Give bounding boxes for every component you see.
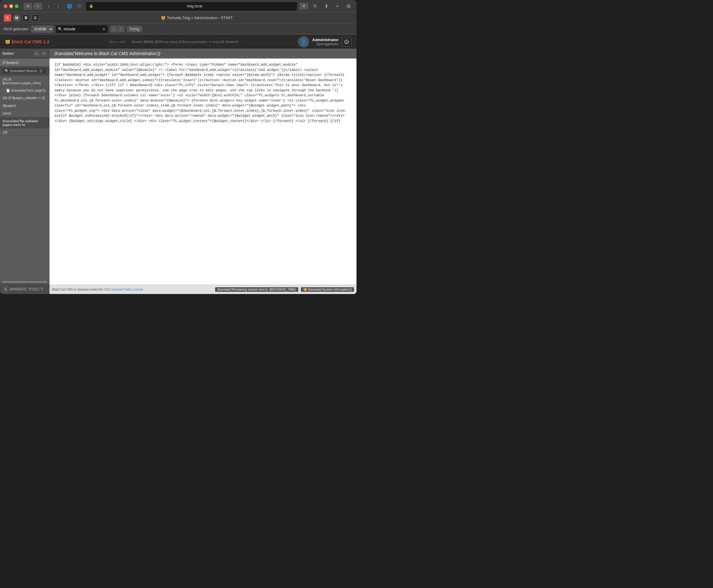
traffic-lights — [4, 4, 19, 8]
sidebar-toggle-button[interactable]: ⊞ — [23, 3, 32, 9]
find-search-icon: 🔍 — [58, 27, 63, 31]
find-input-wrapper: 🔍 ✕ — [56, 25, 108, 33]
cms-body: Seiten ⌂ + {if $pages} {/if} {if $permis… — [0, 48, 356, 294]
sidebar-twig-editable: {/if} {if $pages_editable != 0} — [2, 96, 45, 100]
find-done-button[interactable]: Fertig — [127, 26, 143, 32]
bottom-bar-left: Black Cat CMS is released under the GNU … — [52, 288, 213, 291]
cms-user: 👤 Administrator Sprenggeheim ⏻ — [298, 36, 352, 47]
gpl-link[interactable]: GNU General Public License — [104, 288, 143, 291]
sidebar-twig-endif: {/if} — [2, 130, 7, 134]
nav-buttons: ‹ › — [45, 2, 63, 10]
find-nav: ‹ › — [110, 26, 124, 33]
find-filter-dropdown[interactable]: Enthält — [31, 26, 54, 33]
maximize-button[interactable] — [15, 4, 19, 8]
extension-s-icon[interactable]: S — [4, 14, 11, 22]
address-bar[interactable]: 🔒 twig.local — [86, 2, 297, 10]
reload-button[interactable]: ↻ — [311, 2, 319, 10]
add-tab-button[interactable]: + — [333, 2, 342, 10]
user-avatar: 👤 — [298, 36, 309, 47]
sidebar-add-button[interactable]: + — [41, 50, 47, 57]
sidebar: Seiten ⌂ + {if $pages} {/if} {if $permis… — [0, 48, 49, 294]
sidebar-item-if-permission[interactable]: {/if} {if $permission.pages_intro} — [0, 76, 49, 87]
sidebar-item-pages-var[interactable]: {$pages} — [0, 102, 49, 109]
user-name: Administrator — [312, 38, 339, 42]
minimize-button[interactable] — [9, 4, 13, 8]
sidebar-item-if-pages[interactable]: {if $pages} — [0, 59, 49, 66]
cms-menu-template-text: {$menu.title} {foreach $MAIN_MENU as men… — [109, 40, 238, 44]
power-button[interactable]: ⏻ — [342, 37, 352, 47]
cms-nav-template: {$menu.title} {foreach $MAIN_MENU as men… — [53, 40, 294, 44]
sidebar-twig-if-pages: {if $pages} — [2, 61, 19, 64]
forward-button[interactable]: › — [54, 2, 63, 10]
sidebar-title: Seiten — [2, 51, 14, 56]
translate-button[interactable]: ⌘ — [299, 3, 308, 9]
content-body[interactable]: {if $addable} <div style="width:100%;tex… — [49, 59, 356, 285]
globe-icon[interactable]: 🌐 — [65, 2, 74, 10]
cms-logo-text: 🐱 Black Cat CMS 1.4 — [5, 39, 49, 44]
toolbar-right: ⌘ ↻ ⬆ + ⊞ — [299, 2, 353, 10]
shield-icon[interactable]: 🛡 — [76, 2, 84, 10]
tabs-grid-button[interactable]: ⊞ — [344, 2, 353, 10]
content-title-bar: {translate('Welcome to Black Cat CMS Adm… — [49, 48, 356, 59]
cms-logo: 🐱 Black Cat CMS 1.4 — [5, 39, 49, 44]
sidebar-header: Seiten ⌂ + — [0, 48, 49, 59]
sidebar-header-buttons: ⌂ + — [34, 50, 47, 57]
sidebar-search-item — [0, 66, 49, 76]
extension-b2-icon[interactable]: B — [32, 14, 39, 22]
browser-window: ⊞ ∨ ‹ › 🌐 🛡 🔒 twig.local ⌘ ↻ ⬆ + ⊞ S M B… — [0, 0, 356, 294]
cms-header: 🐱 Black Cat CMS 1.4 {$menu.title} {forea… — [0, 35, 356, 48]
share-button[interactable]: ⬆ — [322, 2, 331, 10]
find-prev-button[interactable]: ‹ — [110, 26, 117, 33]
cms-wrapper: 🐱 Black Cat CMS 1.4 {$menu.title} {forea… — [0, 35, 356, 294]
page-tab-title: Testseite Twig » Administration - START — [167, 16, 233, 20]
page-intro-label: {translate('Intro page')} — [11, 88, 45, 92]
close-button[interactable] — [4, 4, 7, 8]
title-bar: ⊞ ∨ ‹ › 🌐 🛡 🔒 twig.local ⌘ ↻ ⬆ + ⊞ — [0, 0, 356, 13]
find-clear-button[interactable]: ✕ — [102, 27, 106, 31]
sidebar-footer: + {$WEBSITE_TITLE} {""} — [0, 284, 49, 294]
sidebar-item-pages-editable[interactable]: {/if} {if $pages_editable != 0} — [0, 94, 49, 102]
sidebar-intro-page[interactable]: 📄 {translate('Intro page')} — [0, 87, 49, 94]
bottom-bar: Black Cat CMS is released under the GNU … — [49, 285, 356, 294]
sidebar-twig-pages: {$pages} — [2, 104, 16, 107]
sidebar-footer-text: {$WEBSITE_TITLE} {""} — [10, 288, 43, 291]
bottom-cms-text: Black Cat CMS is released under the — [52, 288, 103, 291]
back-button[interactable]: ‹ — [45, 2, 53, 10]
sidebar-home-button[interactable]: ⌂ — [34, 50, 40, 57]
sidebar-item-endif[interactable]: {/if} — [0, 128, 49, 136]
user-location: Sprenggeheim — [312, 42, 339, 46]
sidebar-twig-if-permission: {/if} {if $permission.pages_intro} — [2, 77, 41, 85]
sidebar-footer-add-button[interactable]: + — [2, 286, 9, 292]
sidebar-no-pages: {translate('No editable pages were fo — [0, 117, 49, 128]
user-info: Administrator Sprenggeheim — [312, 38, 339, 46]
bottom-session-info: {translate('Remaining session time')}: {… — [215, 287, 298, 292]
url-text: twig.local — [95, 4, 294, 8]
sidebar-no-pages-text: {translate('No editable pages were fo — [2, 119, 38, 127]
sidebar-scrollbar — [2, 281, 47, 282]
sidebar-search-input[interactable] — [2, 68, 47, 74]
code-content: {if $addable} <div style="width:100%;tex… — [55, 63, 347, 123]
extension-bar: S M B B 🐱 Testseite Twig » Administratio… — [0, 13, 356, 23]
find-search-input[interactable] — [64, 27, 101, 31]
extension-m-icon[interactable]: M — [13, 14, 20, 22]
content-title: {translate('Welcome to Black Cat CMS Adm… — [55, 51, 160, 56]
find-next-button[interactable]: › — [118, 26, 124, 33]
sidebar-twig-else: {else} — [2, 111, 11, 115]
dropdown-arrow-button[interactable]: ∨ — [34, 3, 42, 9]
page-title-center: 🐱 Testseite Twig » Administration - STAR… — [41, 16, 353, 20]
extension-b1-icon[interactable]: B — [22, 14, 30, 22]
main-content: {translate('Welcome to Black Cat CMS Adm… — [49, 48, 356, 294]
page-favicon: 🐱 — [161, 16, 166, 20]
find-not-found-label: Nicht gefunden — [4, 27, 29, 31]
page-icon: 📄 — [6, 89, 10, 92]
sidebar-item-else[interactable]: {else} — [0, 109, 49, 117]
window-controls: ⊞ ∨ — [23, 3, 42, 9]
bottom-sysinfo-button[interactable]: 🐱 {translate('System information')} — [301, 287, 354, 292]
find-bar: Nicht gefunden Enthält 🔍 ✕ ‹ › Fertig — [0, 23, 356, 35]
lock-icon: 🔒 — [89, 4, 93, 8]
